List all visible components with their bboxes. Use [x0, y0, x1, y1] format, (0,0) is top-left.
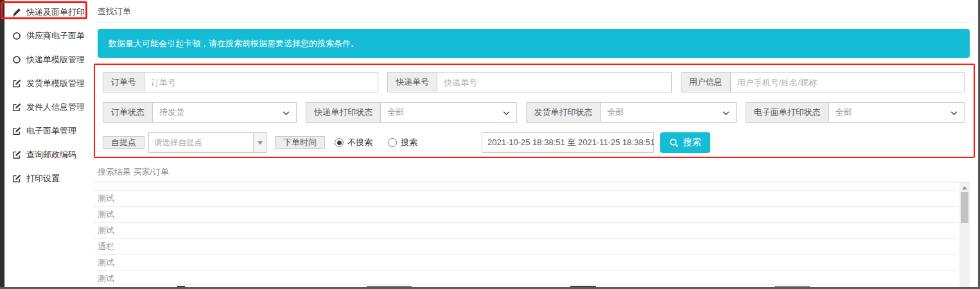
form-row-2: 订单状态待发货快递单打印状态全部发货单打印状态全部电子面单打印状态全部: [103, 102, 965, 123]
notice-bar: 数据量大可能会引起卡顿，请在搜索前根据需要选择您的搜索条件。: [98, 29, 970, 58]
text-field[interactable]: [437, 72, 671, 92]
pen-icon: [12, 7, 21, 17]
search-form: 订单号快递单号用户信息 订单状态待发货快递单打印状态全部发货单打印状态全部电子面…: [94, 64, 975, 158]
sidebar-item[interactable]: 电子面单管理: [4, 119, 84, 143]
radio-unselected-icon: [388, 138, 397, 147]
select-group: 快递单打印状态全部: [306, 102, 516, 123]
scrollbar-thumb[interactable]: [961, 192, 968, 223]
table-row[interactable]: 测试: [94, 254, 958, 270]
input-group: 订单号: [103, 72, 378, 92]
chevron-down-icon: [947, 108, 958, 118]
edit-icon: [12, 102, 21, 112]
sidebar-item-label: 供应商电子面单: [26, 30, 85, 42]
clipped-text-fragment: [774, 286, 810, 287]
field-label: 快递单号: [387, 72, 437, 92]
edit-icon: [12, 150, 21, 159]
results-divider: [94, 182, 970, 182]
sidebar-item[interactable]: 供应商电子面单: [4, 24, 84, 48]
chevron-down-icon: [279, 108, 290, 118]
selected-value: 全部: [608, 107, 624, 118]
field-label: 电子面单打印状态: [746, 102, 829, 123]
text-field[interactable]: [144, 72, 378, 92]
clipped-row-remnant: [94, 284, 958, 287]
circle-icon: [12, 55, 21, 64]
date-range-value: 2021-10-25 18:38:51 至 2021-11-25 18:38:5…: [487, 137, 655, 148]
scroll-up-icon[interactable]: [962, 186, 967, 189]
sidebar-item[interactable]: 查询邮政编码: [4, 143, 84, 166]
sidebar-item-label: 快递单模版管理: [26, 54, 85, 66]
sidebar-menu: 快递及面单打印供应商电子面单快递单模版管理发货单模版管理发件人信息管理电子面单管…: [4, 0, 84, 190]
main-content: 查找订单 数据量大可能会引起卡顿，请在搜索前根据需要选择您的搜索条件。 订单号快…: [84, 0, 978, 287]
date-range-input[interactable]: 2021-10-25 18:38:51 至 2021-11-25 18:38:5…: [482, 132, 654, 153]
pickup-point-combobox[interactable]: [148, 132, 267, 153]
radio-selected-icon: [335, 138, 344, 147]
sidebar-item-label: 发货单模版管理: [26, 78, 85, 89]
edit-icon: [12, 126, 21, 136]
radio-search[interactable]: 搜索: [388, 137, 417, 148]
sidebar-item[interactable]: 发件人信息管理: [4, 95, 84, 119]
order-time-label: 下单时间: [275, 136, 325, 149]
vertical-scrollbar[interactable]: [959, 182, 970, 287]
sidebar-item[interactable]: 快递及面单打印: [4, 0, 84, 24]
input-group: 用户信息: [681, 72, 965, 92]
edit-icon: [12, 78, 21, 88]
app-window: 快递及面单打印供应商电子面单快递单模版管理发货单模版管理发件人信息管理电子面单管…: [0, 0, 980, 289]
page-title: 查找订单: [98, 6, 131, 17]
text-field[interactable]: [731, 72, 965, 92]
collapsed-nav-rail: [0, 0, 4, 287]
clipped-text-fragment: [570, 286, 596, 287]
field-label: 订单状态: [103, 102, 153, 123]
pickup-point-label: 自提点: [103, 136, 144, 149]
order-time-radios: 不搜索 搜索: [335, 137, 417, 148]
table-row[interactable]: 测试: [94, 206, 958, 222]
select-dropdown[interactable]: 全部: [829, 102, 965, 123]
title-divider: [98, 22, 970, 23]
chevron-down-icon: [719, 108, 730, 118]
form-row-1: 订单号快递单号用户信息: [103, 72, 965, 92]
selected-value: 全部: [387, 107, 404, 118]
results-table: 测试测试测试通栏测试测试: [94, 190, 958, 286]
radio-no-search-label: 不搜索: [347, 137, 372, 148]
table-row[interactable]: 测试: [94, 222, 958, 238]
sidebar-item-label: 发件人信息管理: [26, 101, 85, 113]
clipped-text-fragment: [177, 286, 185, 287]
caret-down-icon: [258, 141, 263, 144]
select-group: 电子面单打印状态全部: [746, 102, 965, 123]
pickup-point-caret-button[interactable]: [253, 133, 267, 152]
sidebar: 快递及面单打印供应商电子面单快递单模版管理发货单模版管理发件人信息管理电子面单管…: [4, 0, 84, 287]
clipped-text-fragment: [367, 286, 412, 287]
select-dropdown[interactable]: 待发货: [153, 102, 297, 123]
field-label: 订单号: [103, 72, 144, 92]
input-group: 快递单号: [387, 72, 671, 92]
sidebar-item[interactable]: 发货单模版管理: [4, 71, 84, 95]
selected-value: 待发货: [159, 107, 184, 118]
select-dropdown[interactable]: 全部: [601, 102, 737, 123]
table-row[interactable]: 通栏: [94, 238, 958, 254]
search-button[interactable]: 搜索: [660, 132, 710, 153]
circle-icon: [12, 31, 21, 40]
radio-no-search[interactable]: 不搜索: [335, 137, 372, 148]
pickup-point-input[interactable]: [149, 133, 253, 152]
select-group: 订单状态待发货: [103, 102, 297, 123]
sidebar-item-label: 查询邮政编码: [26, 149, 76, 161]
sidebar-item[interactable]: 快递单模版管理: [4, 48, 84, 71]
selected-value: 全部: [836, 107, 852, 118]
field-label: 发货单打印状态: [526, 102, 601, 123]
select-dropdown[interactable]: 全部: [381, 102, 516, 123]
notice-text: 数据量大可能会引起卡顿，请在搜索前根据需要选择您的搜索条件。: [109, 38, 359, 49]
field-label: 用户信息: [681, 72, 731, 92]
radio-search-label: 搜索: [401, 137, 417, 148]
sidebar-item-label: 打印设置: [26, 173, 60, 184]
edit-icon: [12, 173, 21, 183]
sidebar-item[interactable]: 打印设置: [4, 166, 84, 190]
sidebar-item-label: 快递及面单打印: [26, 6, 85, 18]
sidebar-item-label: 电子面单管理: [26, 125, 76, 137]
table-row[interactable]: 测试: [94, 190, 958, 206]
search-button-label: 搜索: [683, 137, 701, 148]
field-label: 快递单打印状态: [306, 102, 381, 123]
search-icon: [669, 138, 679, 148]
select-group: 发货单打印状态全部: [526, 102, 737, 123]
form-row-3: 自提点 下单时间 不搜索 搜索: [103, 132, 965, 153]
chevron-down-icon: [499, 108, 510, 118]
results-heading: 搜索结果 买家/订单: [98, 166, 169, 178]
